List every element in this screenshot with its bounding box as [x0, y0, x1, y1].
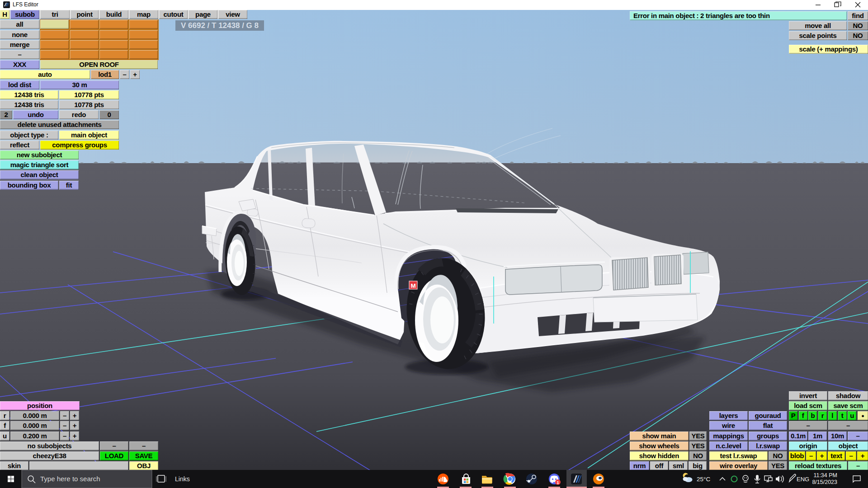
- svg-text:1: 1: [557, 480, 559, 485]
- svg-text:Type here to search: Type here to search: [40, 475, 100, 483]
- svg-text:11:34 PM: 11:34 PM: [813, 472, 837, 479]
- svg-text:Links: Links: [175, 475, 190, 483]
- svg-text:8/15/2023: 8/15/2023: [812, 479, 837, 485]
- svg-text:M: M: [410, 282, 415, 289]
- svg-text:ENG: ENG: [797, 476, 809, 483]
- svg-text:25°C: 25°C: [697, 476, 710, 483]
